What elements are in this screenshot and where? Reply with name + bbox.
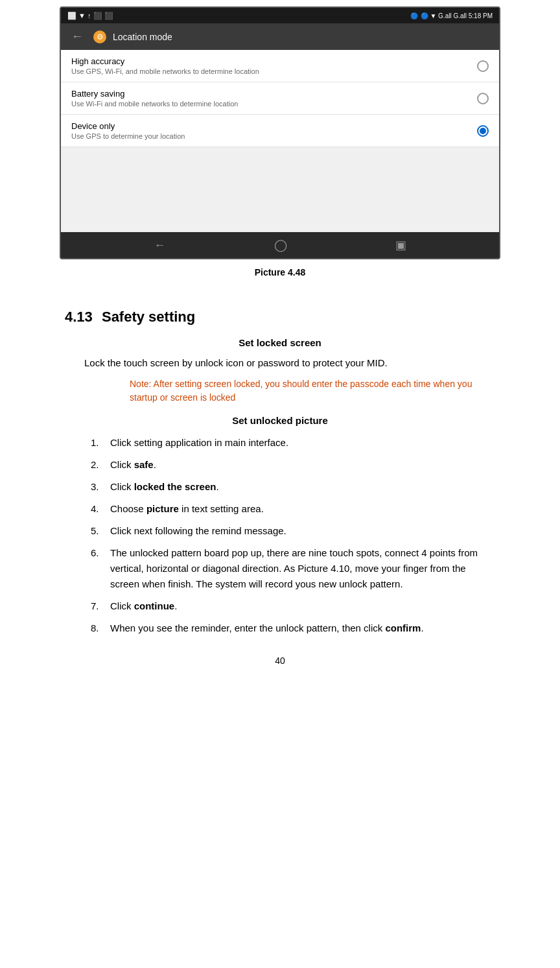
section-title: Safety setting <box>102 309 195 325</box>
high-accuracy-subtitle: Use GPS, Wi-Fi, and mobile networks to d… <box>71 67 259 75</box>
location-option-battery-saving: Battery saving Use Wi-Fi and mobile netw… <box>61 82 499 115</box>
phone-app-content: ← ⚙ Location mode High accuracy Use GPS,… <box>61 23 499 232</box>
steps-list: 1. Click setting application in main int… <box>65 435 495 636</box>
note-text: Note: After setting screen locked, you s… <box>65 377 495 405</box>
step-3-num: 3. <box>91 479 110 495</box>
battery-saving-title: Battery saving <box>71 89 238 99</box>
phone-screenshot: ⬜ ▼ ↑ ⬛ ⬛ 🔵 🔵 ▼ G.all G.all 5:18 PM ← ⚙ … <box>60 6 500 259</box>
high-accuracy-title: High accuracy <box>71 56 259 66</box>
set-unlocked-picture-heading: Set unlocked picture <box>65 415 495 426</box>
step-8-num: 8. <box>91 620 110 636</box>
device-only-subtitle: Use GPS to determine your location <box>71 132 185 140</box>
step-1-num: 1. <box>91 435 110 451</box>
step-6: 6. The unlocked pattern board pop up, th… <box>65 545 495 592</box>
page-container: ⬜ ▼ ↑ ⬛ ⬛ 🔵 🔵 ▼ G.all G.all 5:18 PM ← ⚙ … <box>0 6 560 679</box>
step-4-text: Choose picture in text setting area. <box>110 501 495 517</box>
section-heading: 4.13 Safety setting <box>65 309 495 325</box>
battery-saving-radio <box>477 93 489 104</box>
step-2: 2. Click safe. <box>65 457 495 473</box>
step-8-text: When you see the reminder, enter the unl… <box>110 620 495 636</box>
step-5-num: 5. <box>91 523 110 539</box>
doc-content: 4.13 Safety setting Set locked screen Lo… <box>39 309 521 636</box>
set-locked-screen-heading: Set locked screen <box>65 337 495 348</box>
step-1: 1. Click setting application in main int… <box>65 435 495 451</box>
step-4-num: 4. <box>91 501 110 517</box>
location-option-high-accuracy: High accuracy Use GPS, Wi-Fi, and mobile… <box>61 50 499 82</box>
step-4: 4. Choose picture in text setting area. <box>65 501 495 517</box>
option-text-device-only: Device only Use GPS to determine your lo… <box>71 121 185 140</box>
location-mode-title: Location mode <box>113 32 172 42</box>
status-icons-left: ⬜ ▼ ↑ ⬛ ⬛ <box>67 12 113 20</box>
location-mode-header: ← ⚙ Location mode <box>61 23 499 50</box>
step-7-num: 7. <box>91 598 110 614</box>
picture-caption: Picture 4.48 <box>255 267 306 277</box>
step-2-num: 2. <box>91 457 110 473</box>
phone-nav-bar: ← ◯ ▣ <box>61 232 499 258</box>
step-5-text: Click next following the remind message. <box>110 523 495 539</box>
status-left: ⬜ ▼ ↑ ⬛ ⬛ <box>67 12 113 20</box>
bluetooth-icon: 🔵 <box>410 12 418 19</box>
home-nav-icon: ◯ <box>274 238 287 252</box>
phone-status-bar: ⬜ ▼ ↑ ⬛ ⬛ 🔵 🔵 ▼ G.all G.all 5:18 PM <box>61 8 499 23</box>
battery-saving-subtitle: Use Wi-Fi and mobile networks to determi… <box>71 100 238 108</box>
device-only-radio <box>477 125 489 137</box>
status-right: 🔵 🔵 ▼ G.all G.all 5:18 PM <box>410 12 493 19</box>
option-text-battery-saving: Battery saving Use Wi-Fi and mobile netw… <box>71 89 238 108</box>
recents-nav-icon: ▣ <box>395 238 406 252</box>
step-2-text: Click safe. <box>110 457 495 473</box>
section-number: 4.13 <box>65 309 93 325</box>
back-nav-icon: ← <box>154 239 166 252</box>
screenshot-container: ⬜ ▼ ↑ ⬛ ⬛ 🔵 🔵 ▼ G.all G.all 5:18 PM ← ⚙ … <box>39 6 521 283</box>
back-arrow-icon: ← <box>71 30 83 43</box>
device-only-title: Device only <box>71 121 185 131</box>
settings-gear-icon: ⚙ <box>93 30 106 43</box>
radio-selected-dot <box>480 128 486 134</box>
signal-icons: 🔵 ▼ G.all G.all 5:18 PM <box>421 12 493 19</box>
step-8: 8. When you see the reminder, enter the … <box>65 620 495 636</box>
step-1-text: Click setting application in main interf… <box>110 435 495 451</box>
step-3: 3. Click locked the screen. <box>65 479 495 495</box>
page-number: 40 <box>39 655 521 679</box>
location-option-device-only: Device only Use GPS to determine your lo… <box>61 115 499 147</box>
body-paragraph: Lock the touch screen by unlock icon or … <box>65 356 495 371</box>
step-6-text: The unlocked pattern board pop up, there… <box>110 545 495 592</box>
step-7: 7. Click continue. <box>65 598 495 614</box>
step-3-text: Click locked the screen. <box>110 479 495 495</box>
step-7-text: Click continue. <box>110 598 495 614</box>
step-5: 5. Click next following the remind messa… <box>65 523 495 539</box>
option-text-high-accuracy: High accuracy Use GPS, Wi-Fi, and mobile… <box>71 56 259 75</box>
step-6-num: 6. <box>91 545 110 561</box>
high-accuracy-radio <box>477 60 489 72</box>
